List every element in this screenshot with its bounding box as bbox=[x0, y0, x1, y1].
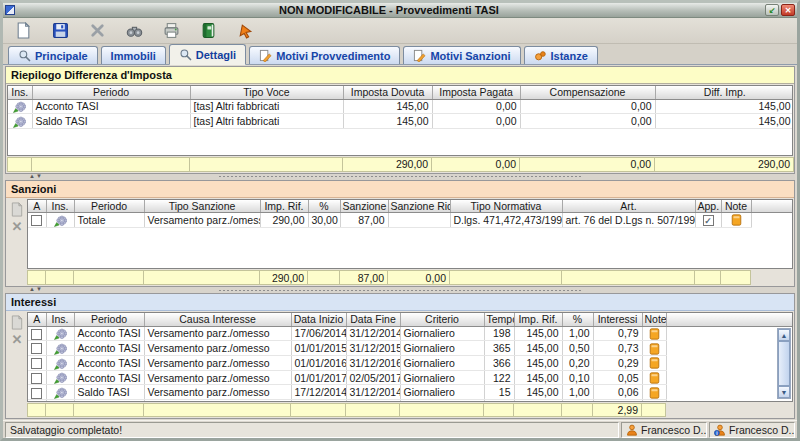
note-icon[interactable] bbox=[649, 343, 660, 355]
column-header[interactable]: Ins. bbox=[46, 200, 74, 213]
close-button[interactable]: ✕ bbox=[781, 4, 795, 16]
column-header[interactable]: Criterio bbox=[400, 313, 484, 326]
column-header[interactable]: Tipo Voce bbox=[190, 86, 343, 99]
applicata-checkbox-checked[interactable]: ✓ bbox=[703, 215, 714, 226]
cell-tempo: 365 bbox=[484, 400, 514, 402]
table-row[interactable]: Totale Versamento parz./omesso 290,00 30… bbox=[28, 213, 793, 228]
tab-motivi-provvedimento[interactable]: Motivi Provvedimento bbox=[249, 46, 400, 64]
column-header[interactable]: Imp. Rif. bbox=[260, 200, 308, 213]
column-header[interactable]: Ins. bbox=[8, 86, 32, 99]
status-user-panel[interactable]: Francesco D... bbox=[621, 422, 707, 438]
vertical-scrollbar[interactable]: ▲ ▼ bbox=[777, 328, 791, 399]
table-row[interactable]: Acconto TASI Versamento parz./omesso 01/… bbox=[28, 355, 793, 370]
archive-button[interactable] bbox=[196, 20, 220, 42]
search-button[interactable] bbox=[122, 20, 146, 42]
column-header[interactable]: Periodo bbox=[74, 200, 144, 213]
column-header[interactable]: Imposta Pagata bbox=[432, 86, 520, 99]
column-header[interactable]: A bbox=[28, 200, 46, 213]
column-header[interactable]: Diff. Imp. bbox=[655, 86, 793, 99]
table-row[interactable]: Acconto TASI [tas] Altri fabbricati 145,… bbox=[8, 99, 793, 114]
delete-icon bbox=[89, 22, 106, 39]
column-header[interactable]: Tipo Normativa bbox=[450, 200, 562, 213]
remove-row-icon[interactable]: ✕ bbox=[12, 222, 23, 232]
column-header[interactable]: Tempo bbox=[484, 313, 514, 326]
column-header[interactable]: Data Inizio bbox=[291, 313, 346, 326]
annulla-checkbox[interactable] bbox=[31, 373, 42, 384]
tab-dettagli[interactable]: Dettagli bbox=[169, 44, 246, 65]
column-header[interactable]: Sanzione Rid. bbox=[388, 200, 450, 213]
tab-istanze[interactable]: Istanze bbox=[524, 46, 598, 64]
column-header[interactable]: Causa Interesse bbox=[144, 313, 291, 326]
column-header[interactable]: Note bbox=[642, 313, 666, 326]
note-icon[interactable] bbox=[731, 214, 742, 226]
cell-compensazione: 0,00 bbox=[520, 99, 655, 114]
table-row[interactable]: Saldo TASI [tas] Altri fabbricati 145,00… bbox=[8, 114, 793, 129]
splitter-collapse-arrows[interactable]: ▲▼ bbox=[29, 286, 43, 292]
column-header[interactable]: % bbox=[562, 313, 593, 326]
cell-data-inizio: 01/01/2015 bbox=[291, 341, 346, 356]
table-row[interactable]: Acconto TASI Versamento parz./omesso 01/… bbox=[28, 341, 793, 356]
save-button[interactable] bbox=[48, 20, 72, 42]
cell-tipo-voce: [tas] Altri fabbricati bbox=[190, 99, 343, 114]
remove-row-icon[interactable]: ✕ bbox=[12, 335, 23, 345]
column-header[interactable]: Note bbox=[721, 200, 751, 213]
column-header[interactable]: Tipo Sanzione bbox=[144, 200, 260, 213]
column-header[interactable]: Periodo bbox=[32, 86, 190, 99]
delete-button[interactable] bbox=[85, 20, 109, 42]
scroll-down-button[interactable]: ▼ bbox=[778, 386, 790, 398]
note-icon[interactable] bbox=[649, 372, 660, 384]
splitter-collapse-arrows[interactable]: ▲▼ bbox=[29, 173, 43, 179]
scroll-up-button[interactable]: ▲ bbox=[778, 329, 790, 341]
column-header[interactable]: Imp. Rif. bbox=[514, 313, 562, 326]
restore-button[interactable]: ↙ bbox=[765, 4, 779, 16]
splitter-handle[interactable] bbox=[218, 289, 581, 292]
title-bar[interactable]: NON MODIFICABILE - Provvedimenti TASI ↙ … bbox=[3, 3, 797, 18]
table-row[interactable]: Acconto TASI Versamento parz./omesso 01/… bbox=[28, 370, 793, 385]
splitter[interactable]: ▲▼ bbox=[5, 287, 795, 293]
status-user-info-panel[interactable]: Francesco D... bbox=[709, 422, 795, 438]
cell-sanzione-rid bbox=[388, 213, 450, 228]
column-header[interactable]: Interessi bbox=[593, 313, 642, 326]
column-header[interactable]: Periodo bbox=[74, 313, 144, 326]
table-row-clipped[interactable]: Saldo TASI Versamento parz./omesso 01/01… bbox=[28, 400, 793, 402]
content-area: Riepilogo Differenza d'Imposta Ins. Peri… bbox=[3, 65, 797, 420]
forward-button[interactable] bbox=[233, 20, 257, 42]
table-row[interactable]: Saldo TASI Versamento parz./omesso 17/12… bbox=[28, 385, 793, 400]
column-header[interactable]: Sanzione bbox=[340, 200, 388, 213]
cell-percentuale: 1,00 bbox=[562, 385, 593, 400]
note-icon[interactable] bbox=[649, 328, 660, 340]
note-icon[interactable] bbox=[649, 387, 660, 399]
cell-data-fine: 31/12/2014 bbox=[346, 326, 400, 341]
cell-interessi: 0,73 bbox=[593, 341, 642, 356]
add-row-icon[interactable] bbox=[10, 202, 24, 217]
tab-principale[interactable]: Principale bbox=[8, 46, 98, 64]
gear-insert-icon bbox=[13, 115, 26, 128]
section-sanzioni-title: Sanzioni bbox=[6, 181, 794, 198]
table-row[interactable]: Acconto TASI Versamento parz./omesso 17/… bbox=[28, 326, 793, 341]
splitter[interactable]: ▲▼ bbox=[5, 174, 795, 180]
tab-motivi-sanzioni[interactable]: Motivi Sanzioni bbox=[403, 46, 520, 64]
column-header[interactable]: Ins. bbox=[46, 313, 74, 326]
column-header[interactable]: Data Fine bbox=[346, 313, 400, 326]
annulla-checkbox[interactable] bbox=[31, 343, 42, 354]
cell-imp-rif: 145,00 bbox=[514, 341, 562, 356]
cell-periodo: Totale bbox=[74, 213, 144, 228]
scrollbar-track[interactable] bbox=[778, 341, 790, 386]
annulla-checkbox[interactable] bbox=[31, 329, 42, 340]
annulla-checkbox[interactable] bbox=[31, 215, 42, 226]
scrollbar-thumb[interactable] bbox=[778, 341, 790, 386]
column-header[interactable]: Art. bbox=[562, 200, 695, 213]
tab-immobili[interactable]: Immobili bbox=[101, 46, 166, 64]
splitter-handle[interactable] bbox=[218, 175, 581, 178]
new-document-button[interactable] bbox=[11, 20, 35, 42]
print-button[interactable] bbox=[159, 20, 183, 42]
column-header[interactable]: A bbox=[28, 313, 46, 326]
column-header[interactable]: Compensazione bbox=[520, 86, 655, 99]
add-row-icon[interactable] bbox=[10, 315, 24, 330]
column-header[interactable]: Imposta Dovuta bbox=[343, 86, 432, 99]
annulla-checkbox[interactable] bbox=[31, 388, 42, 399]
column-header[interactable]: % bbox=[308, 200, 340, 213]
annulla-checkbox[interactable] bbox=[31, 358, 42, 369]
note-icon[interactable] bbox=[649, 357, 660, 369]
column-header[interactable]: App. bbox=[695, 200, 721, 213]
